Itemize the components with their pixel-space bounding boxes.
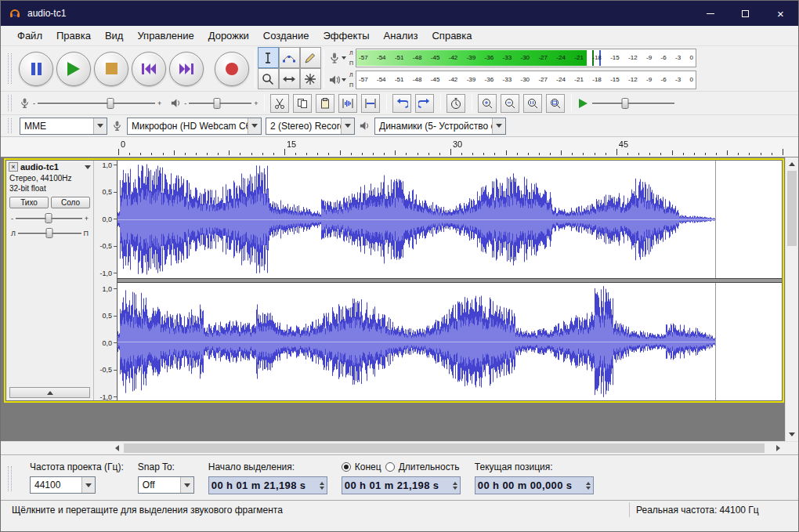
toolbar-grip[interactable]: [8, 53, 12, 85]
maximize-button[interactable]: [728, 1, 763, 26]
menu-item[interactable]: Эффекты: [316, 27, 376, 45]
scroll-down-button[interactable]: [786, 428, 798, 441]
playback-meter: Л П -57-54-51-48-45-42-39-36-33-30-27-24…: [328, 70, 696, 90]
cut-button[interactable]: [270, 94, 289, 113]
menu-item[interactable]: Дорожки: [201, 27, 256, 45]
play-speed-thumb[interactable]: [621, 98, 628, 109]
vertical-ruler[interactable]: 1,00,50,0-0,5-1,0 1,00,50,0-0,5-1,0: [94, 161, 118, 400]
mic-volume-slider[interactable]: [38, 96, 155, 110]
toolbar-grip[interactable]: [8, 95, 12, 110]
menu-item[interactable]: Справка: [425, 27, 479, 45]
time-spinner[interactable]: [320, 482, 324, 490]
scroll-left-button[interactable]: [110, 442, 124, 454]
output-volume-thumb[interactable]: [214, 98, 221, 109]
menu-item[interactable]: Анализ: [377, 27, 425, 45]
track-collapse-button[interactable]: [9, 387, 90, 398]
end-radio-label[interactable]: Конец: [355, 461, 381, 472]
sync-lock-button[interactable]: [446, 94, 465, 113]
host-combo-value: MME: [20, 121, 93, 132]
vertical-scrollbar-thumb[interactable]: [787, 171, 797, 246]
redo-icon: [418, 97, 431, 110]
copy-button[interactable]: [293, 94, 312, 113]
draw-tool-button[interactable]: [300, 47, 321, 68]
waveform-canvas[interactable]: [118, 161, 782, 400]
pause-button[interactable]: [19, 52, 53, 86]
playback-meter-icon-button[interactable]: [328, 74, 346, 86]
project-rate-combo[interactable]: 44100: [30, 476, 96, 494]
output-volume-slider[interactable]: [189, 96, 251, 110]
menu-item[interactable]: Управление: [130, 27, 201, 45]
timeline-ruler[interactable]: 0 15 30 45: [1, 137, 798, 157]
track-control-panel[interactable]: × audio-tc1 Стерео, 44100Hz 32-bit float…: [6, 161, 94, 400]
zoom-out-button[interactable]: [501, 94, 519, 113]
input-device-combo[interactable]: Микрофон (HD Webcam C615: [127, 118, 262, 135]
track-menu-arrow-icon[interactable]: [85, 165, 91, 169]
snap-to-combo[interactable]: Off: [138, 476, 194, 494]
stop-button[interactable]: [94, 52, 128, 86]
horizontal-scrollbar[interactable]: [110, 442, 785, 454]
fit-selection-button[interactable]: [523, 94, 542, 113]
scroll-right-button[interactable]: [772, 442, 785, 454]
menu-item[interactable]: Создание: [256, 27, 316, 45]
selection-end-field[interactable]: 00 h 01 m 21,198 s: [342, 476, 461, 494]
end-radio[interactable]: [342, 462, 351, 472]
play-button[interactable]: [56, 52, 91, 86]
play-at-speed-button[interactable]: [579, 99, 588, 108]
record-button[interactable]: [215, 52, 249, 86]
gain-slider[interactable]: [16, 212, 82, 225]
stop-icon: [106, 63, 118, 74]
envelope-tool-button[interactable]: [279, 47, 300, 68]
pan-slider[interactable]: [18, 227, 81, 240]
menu-item[interactable]: Файл: [10, 27, 49, 45]
length-radio-label[interactable]: Длительность: [399, 461, 460, 472]
toolbar-grip[interactable]: [8, 466, 12, 491]
paste-button[interactable]: [316, 94, 334, 113]
waveform-area[interactable]: [118, 161, 782, 400]
mic-volume-thumb[interactable]: [107, 98, 114, 109]
meter-scale-number: -6: [661, 77, 667, 83]
play-icon: [67, 62, 80, 76]
menu-item[interactable]: Вид: [98, 27, 131, 45]
zoom-tool-button[interactable]: [258, 68, 279, 89]
title-bar[interactable]: audio-tc1 ×: [1, 1, 798, 26]
current-position-field[interactable]: 00 h 00 m 00,000 s: [475, 476, 594, 494]
solo-button[interactable]: Соло: [51, 197, 90, 208]
close-button[interactable]: ×: [763, 1, 798, 26]
multi-tool-button[interactable]: [300, 68, 321, 89]
track-title[interactable]: audio-tc1: [20, 162, 82, 172]
output-device-combo[interactable]: Динамики (5- Устройство с п: [374, 118, 506, 135]
host-combo[interactable]: MME: [20, 118, 107, 135]
silence-audio-button[interactable]: [361, 94, 380, 113]
scroll-up-button[interactable]: [786, 157, 798, 171]
skip-to-end-button[interactable]: [169, 52, 204, 86]
toolbar-row-1: Л П -57-54-51-48-45-42-39-36-33-30-27-24…: [1, 46, 798, 92]
mute-button[interactable]: Тихо: [9, 197, 49, 208]
gain-thumb[interactable]: [45, 213, 52, 223]
pan-thumb[interactable]: [46, 228, 53, 238]
horizontal-scrollbar-thumb[interactable]: [124, 443, 765, 453]
recording-meter-icon-button[interactable]: [328, 52, 346, 64]
selection-start-field[interactable]: 00 h 01 m 21,198 s: [208, 476, 327, 494]
time-spinner[interactable]: [453, 482, 457, 490]
selection-tool-button[interactable]: [258, 47, 279, 68]
ruler-label: 15: [287, 139, 296, 149]
length-radio[interactable]: [385, 462, 395, 472]
timeshift-tool-button[interactable]: [279, 68, 300, 89]
toolbar-grip[interactable]: [8, 118, 12, 133]
input-channels-combo[interactable]: 2 (Stereo) Record...: [266, 118, 355, 135]
skip-to-start-button[interactable]: [132, 52, 166, 86]
vertical-scrollbar[interactable]: [785, 157, 798, 441]
zoom-in-button[interactable]: [478, 94, 497, 113]
menu-item[interactable]: Правка: [49, 27, 98, 45]
meter-scale-number: -24: [556, 55, 566, 61]
time-spinner[interactable]: [586, 482, 591, 490]
undo-button[interactable]: [392, 94, 411, 113]
play-speed-slider[interactable]: [592, 96, 674, 110]
fit-project-button[interactable]: [546, 94, 565, 113]
trim-audio-button[interactable]: [338, 94, 357, 113]
trim-icon: [342, 97, 354, 110]
track-close-button[interactable]: ×: [9, 162, 18, 172]
meter-scale-number: -18: [592, 77, 602, 83]
redo-button[interactable]: [415, 94, 434, 113]
minimize-button[interactable]: [692, 1, 728, 26]
